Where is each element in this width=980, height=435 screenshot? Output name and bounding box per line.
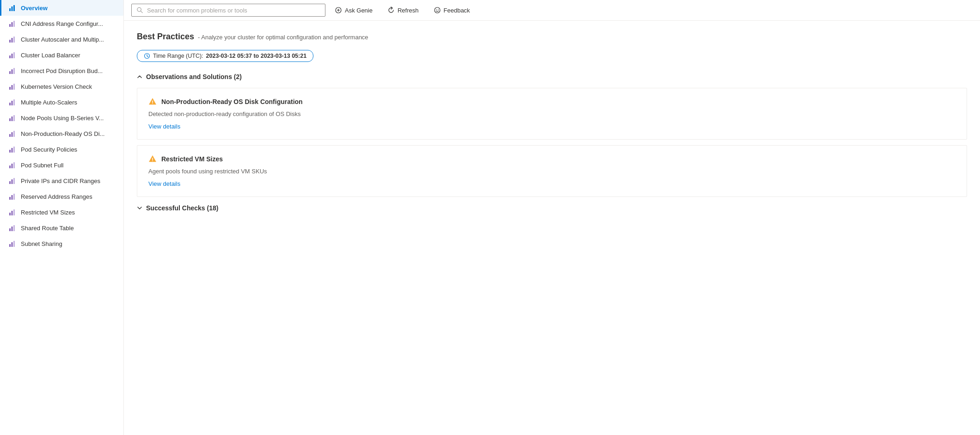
page-title-row: Best Practices - Analyze your cluster fo… xyxy=(137,32,967,42)
sidebar-item-cluster-load-balancer[interactable]: Cluster Load Balancer xyxy=(0,47,123,63)
sidebar-item-node-pools[interactable]: Node Pools Using B-Series V... xyxy=(0,110,123,126)
observation-title-row: Restricted VM Sizes xyxy=(148,155,956,163)
svg-rect-47 xyxy=(9,181,11,184)
observation-cards: Non-Production-Ready OS Disk Configurati… xyxy=(137,88,967,197)
svg-rect-51 xyxy=(9,197,11,200)
svg-rect-31 xyxy=(9,118,11,121)
sidebar-item-reserved-address[interactable]: Reserved Address Ranges xyxy=(0,189,123,204)
sidebar-item-multiple-auto-scalers[interactable]: Multiple Auto-Scalers xyxy=(0,94,123,110)
main-panel: Ask Genie Refresh Feedback Best Practice… xyxy=(124,0,980,435)
svg-rect-41 xyxy=(12,164,13,168)
sidebar-item-pod-disruption[interactable]: Incorrect Pod Disruption Bud... xyxy=(0,63,123,79)
sidebar-item-label: Cluster Autoscaler and Multip... xyxy=(21,36,104,43)
sidebar-item-label: Private IPs and CIDR Ranges xyxy=(21,178,100,184)
genie-icon xyxy=(335,6,342,14)
svg-rect-55 xyxy=(9,213,11,215)
search-icon xyxy=(136,6,143,14)
warning-icon xyxy=(148,98,157,106)
sidebar-item-label: CNI Address Range Configur... xyxy=(21,20,103,27)
sidebar-item-cluster-autoscaler[interactable]: Cluster Autoscaler and Multip... xyxy=(0,31,123,47)
sidebar-item-label: Pod Subnet Full xyxy=(21,162,64,169)
chart-icon xyxy=(9,146,16,153)
svg-rect-10 xyxy=(13,37,15,43)
search-input[interactable] xyxy=(147,7,320,14)
expand-icon xyxy=(137,205,142,211)
sidebar-item-subnet-sharing[interactable]: Subnet Sharing xyxy=(0,236,123,251)
svg-rect-1 xyxy=(12,6,13,11)
sidebar-item-label: Non-Production-Ready OS Di... xyxy=(21,130,104,137)
chart-icon xyxy=(9,114,16,122)
svg-rect-19 xyxy=(9,71,11,74)
view-details-link[interactable]: View details xyxy=(148,180,180,187)
time-range-badge[interactable]: Time Range (UTC): 2023-03-12 05:37 to 20… xyxy=(137,50,313,62)
observations-section-header[interactable]: Observations and Solutions (2) xyxy=(137,73,967,80)
ask-genie-label: Ask Genie xyxy=(345,7,373,14)
sidebar-item-label: Subnet Sharing xyxy=(21,240,62,247)
svg-rect-26 xyxy=(13,99,15,105)
svg-point-76 xyxy=(152,160,153,161)
observation-card-non-prod-os-disk: Non-Production-Ready OS Disk Configurati… xyxy=(137,88,967,140)
svg-rect-61 xyxy=(12,242,13,247)
svg-rect-15 xyxy=(9,55,11,58)
svg-point-74 xyxy=(152,103,153,104)
svg-rect-13 xyxy=(12,54,13,58)
chart-icon xyxy=(9,67,16,74)
sidebar-item-label: Multiple Auto-Scalers xyxy=(21,99,77,106)
svg-rect-63 xyxy=(9,244,11,247)
svg-line-65 xyxy=(141,11,142,13)
chart-icon xyxy=(9,177,16,184)
chart-icon xyxy=(9,193,16,200)
chart-icon xyxy=(9,4,16,12)
svg-rect-21 xyxy=(12,85,13,90)
feedback-button[interactable]: Feedback xyxy=(428,4,476,17)
svg-rect-3 xyxy=(9,8,11,11)
chart-icon xyxy=(9,36,16,43)
svg-point-71 xyxy=(438,9,439,10)
svg-rect-53 xyxy=(12,211,13,215)
svg-rect-35 xyxy=(9,134,11,137)
svg-rect-25 xyxy=(12,101,13,105)
clock-icon xyxy=(144,53,150,59)
observation-description: Agent pools found using restricted VM SK… xyxy=(148,168,956,175)
sidebar-item-shared-route[interactable]: Shared Route Table xyxy=(0,220,123,236)
feedback-icon xyxy=(434,6,441,14)
search-box[interactable] xyxy=(131,4,325,17)
sidebar-item-pod-security[interactable]: Pod Security Policies xyxy=(0,141,123,157)
sidebar-item-overview[interactable]: Overview xyxy=(0,0,123,16)
refresh-button[interactable]: Refresh xyxy=(382,4,424,17)
observation-title: Non-Production-Ready OS Disk Configurati… xyxy=(161,98,303,105)
svg-rect-42 xyxy=(13,162,15,168)
sidebar-item-cni[interactable]: CNI Address Range Configur... xyxy=(0,16,123,31)
ask-genie-button[interactable]: Ask Genie xyxy=(329,4,378,17)
chart-icon xyxy=(9,208,16,216)
toolbar: Ask Genie Refresh Feedback xyxy=(124,0,980,21)
svg-rect-57 xyxy=(12,227,13,231)
sidebar-item-non-production[interactable]: Non-Production-Ready OS Di... xyxy=(0,126,123,141)
sidebar-item-pod-subnet[interactable]: Pod Subnet Full xyxy=(0,157,123,173)
svg-rect-58 xyxy=(13,225,15,231)
svg-rect-37 xyxy=(12,148,13,153)
view-details-link[interactable]: View details xyxy=(148,123,180,130)
svg-rect-18 xyxy=(13,68,15,74)
svg-rect-43 xyxy=(9,165,11,168)
sidebar: Overview CNI Address Range Configur... C… xyxy=(0,0,124,435)
svg-rect-11 xyxy=(9,40,11,43)
page-subtitle: - Analyze your cluster for optimal confi… xyxy=(198,34,368,41)
svg-rect-22 xyxy=(13,84,15,90)
successful-section-header[interactable]: Successful Checks (18) xyxy=(137,204,967,212)
svg-rect-45 xyxy=(12,179,13,184)
warning-icon xyxy=(148,155,157,163)
svg-rect-14 xyxy=(13,52,15,58)
svg-point-69 xyxy=(435,7,440,13)
sidebar-item-label: Node Pools Using B-Series V... xyxy=(21,115,104,122)
observations-section-title: Observations and Solutions (2) xyxy=(146,73,242,80)
svg-rect-2 xyxy=(13,5,15,11)
sidebar-item-restricted-vm[interactable]: Restricted VM Sizes xyxy=(0,204,123,220)
sidebar-item-private-ips[interactable]: Private IPs and CIDR Ranges xyxy=(0,173,123,189)
svg-rect-46 xyxy=(13,178,15,184)
time-range-value: 2023-03-12 05:37 to 2023-03-13 05:21 xyxy=(206,53,307,59)
svg-rect-7 xyxy=(9,24,11,27)
observation-description: Detected non-production-ready configurat… xyxy=(148,110,956,117)
sidebar-item-kubernetes-version[interactable]: Kubernetes Version Check xyxy=(0,79,123,94)
sidebar-item-label: Kubernetes Version Check xyxy=(21,83,92,90)
